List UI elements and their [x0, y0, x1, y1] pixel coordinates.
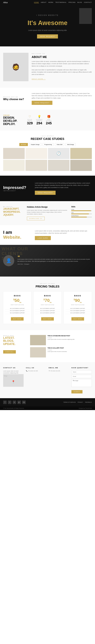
pricing-card-3-price: $90/m — [65, 298, 90, 303]
nav-blog[interactable]: BLOG — [78, 2, 82, 3]
pricing-card-2: BASIS $70/m WHAT YOUR PLAN DONE NO CUSTO… — [34, 292, 62, 324]
quote-mark: ❝ — [18, 256, 92, 258]
why-title: Why choose me? — [3, 98, 28, 101]
rss-icon[interactable]: rss — [22, 400, 26, 404]
filter-programming[interactable]: Programming — [42, 143, 54, 146]
pricing-card-3-cta[interactable]: BUY NOW — [72, 317, 84, 320]
hero-cta-button[interactable]: SEND REQUEST — [37, 34, 58, 38]
pricing-card-1-cta[interactable]: BUY NOW — [11, 317, 24, 320]
portfolio-item[interactable] — [70, 148, 92, 159]
twitter-icon[interactable]: t — [8, 400, 12, 404]
pricing-card-2-cta[interactable]: BUY NOW — [41, 317, 54, 320]
googleplus-icon[interactable]: g+ — [18, 400, 21, 404]
stat-social-label: SOCIALMEDIA — [27, 119, 33, 121]
footer-links: TERMS OF SERVICE PRIVACY FEEDBACK — [63, 402, 92, 403]
portfolio-item[interactable] — [3, 160, 25, 171]
iam-right: Lorem ipsum dolor sit amet, consectetur … — [35, 230, 92, 240]
stats-section: 228/448 DESIGN.DEVELOP.DEPLOY. ♡ SOCIALM… — [0, 110, 95, 130]
skill-wordpress: WORDPRESS — [71, 215, 92, 218]
why-cta-button[interactable]: SEND REQUEST — [32, 101, 52, 105]
iam-left: I amWebsite. — [3, 230, 32, 240]
stat-social: ♡ SOCIALMEDIA 329 — [27, 115, 33, 125]
nav-about[interactable]: ABOUT — [41, 2, 46, 3]
blog-section: WHATS NEW LATEST.BLOGS.UPDATE. VIEW ALL … — [0, 330, 95, 362]
testimonial-body: Lorem ipsum dolor sit amet, ut wisi enim… — [18, 258, 92, 262]
testimonial-text: ❝ Lorem ipsum dolor sit amet, ut wisi en… — [18, 256, 92, 265]
nav-testimonial[interactable]: TESTIMONIAL — [56, 2, 67, 3]
stat-social-val: 329 — [27, 121, 33, 125]
impressed-label: IMPRESSED? — [3, 190, 32, 192]
portfolio-item[interactable] — [48, 160, 70, 171]
feature-item: NO CUSTOMERS SUPPORT — [35, 308, 60, 310]
hero-section: I DESIGN WEBSITE It's Awesome Lorem ipsu… — [0, 5, 95, 46]
nav-logo[interactable]: Alisa — [3, 1, 8, 4]
gift-icon: 🎁 — [46, 115, 52, 118]
linkedin-icon[interactable]: in — [13, 400, 16, 404]
about-image: 🧔 — [3, 53, 28, 81]
contact-name-input[interactable] — [72, 370, 92, 374]
blog-info-1: THIS IS STANDARD IMAGE POST 5 Shares Lor… — [48, 335, 75, 345]
contact-message-input[interactable] — [72, 379, 92, 387]
impressed-title: Impressed? — [3, 185, 32, 190]
skill-css-label: CSS — [71, 212, 92, 213]
iam-title-accent: Website. — [3, 235, 22, 240]
portfolio-section: LAST WORKS RECENT CASE STUDIES All Photo… — [0, 130, 95, 176]
pricing-card-3-features: NO CUSTOMERS SUPPORT NO CUSTOMERS SUPPOR… — [65, 308, 90, 314]
hero-desc: Lorem ipsum dolor sit amet consectetur a… — [3, 30, 92, 31]
skills-label: MY SKILLS — [3, 206, 24, 207]
about-body2: Duis aute irure dolor in reprehenderit i… — [32, 69, 92, 76]
download-cv-button[interactable]: DOWNLOAD CV — [27, 217, 45, 220]
testimonial-avatar: 👤 — [3, 255, 14, 266]
portfolio-item[interactable] — [3, 148, 25, 159]
stat-web: 🎁 WEBSOURCE 245 — [46, 115, 52, 125]
portfolio-item[interactable] — [26, 160, 47, 171]
contact-col-1-body: Lorem ipsum dolor sit amet consectetur a… — [3, 370, 24, 374]
blog-title: LATEST.BLOGS.UPDATE. — [3, 336, 27, 346]
pricing-card-3-desc: WHAT YOUR PLAN DONE — [65, 304, 90, 306]
nav-contact[interactable]: CONTACT — [84, 2, 92, 3]
about-more-link[interactable]: ABOUT MORE → — [32, 78, 46, 80]
stat-web-val: 245 — [46, 121, 52, 125]
facebook-icon[interactable]: f — [3, 400, 7, 404]
filter-graphic-design[interactable]: Graphic Design — [29, 143, 41, 146]
contact-email-input[interactable] — [72, 375, 92, 378]
pricing-card-1-price: $50/m — [5, 298, 30, 303]
skills-title: JAVASCRIPT.WORDPRESS.JQUERY. — [3, 207, 24, 216]
filter-all-photo[interactable]: All Photo — [19, 143, 28, 146]
contact-col-2: CALL US 📞 91 xxxxx xxx x01 — [26, 367, 46, 394]
pricing-card-1-title: BASIS — [5, 295, 30, 297]
blog-left: WHATS NEW LATEST.BLOGS.UPDATE. VIEW ALL — [3, 335, 27, 358]
nav-home[interactable]: HOME — [34, 2, 39, 3]
contact-submit-button[interactable]: SUBMIT — [72, 390, 82, 394]
footer-privacy-link[interactable]: PRIVACY — [78, 402, 83, 403]
footer-feedback-link[interactable]: FEEDBACK — [85, 402, 92, 403]
blog-view-all-button[interactable]: VIEW ALL — [3, 350, 16, 354]
heart-icon: ♡ — [27, 115, 33, 118]
skill-wordpress-label: WORDPRESS — [71, 215, 92, 216]
skills-mid-heading: Hobbies Article Design — [27, 206, 68, 208]
about-text: WELCOME TO ABOUT ME Lorem ipsum dolor si… — [32, 53, 92, 80]
why-right: Lorem ipsum is simply dummy text of the … — [32, 92, 92, 105]
nav-work[interactable]: WORK — [48, 2, 54, 3]
skill-html-label: HTML — [71, 209, 92, 210]
footer-terms-link[interactable]: TERMS OF SERVICE — [63, 402, 76, 403]
iam-cta-button[interactable]: LIKE SURE — [35, 236, 51, 240]
iam-title: I amWebsite. — [3, 230, 32, 240]
about-welcome: WELCOME TO — [32, 53, 92, 55]
feature-item: NO CUSTOMERS SUPPORT — [35, 312, 60, 314]
portfolio-item[interactable] — [70, 160, 92, 171]
portfolio-title: RECENT CASE STUDIES — [3, 137, 92, 141]
nav-pricing[interactable]: PRICING — [68, 2, 76, 3]
portfolio-item[interactable] — [26, 148, 47, 159]
stat-internet-val: 294 — [36, 121, 43, 125]
portfolio-item[interactable]: 🕐 — [48, 148, 70, 159]
why-label: REASON WHY ME — [3, 96, 28, 98]
testimonial-author: John Doe – Designer — [18, 263, 92, 265]
filter-video-edit[interactable]: Video Edit — [55, 143, 64, 146]
testimonial-content: 👤 ❝ Lorem ipsum dolor sit amet, ut wisi … — [3, 255, 92, 266]
filter-web-design[interactable]: Web Design — [66, 143, 76, 146]
map-bg: Map — [4, 375, 7, 377]
impressed-cta-button[interactable]: SEND REQUEST — [35, 191, 56, 195]
stat-items: ♡ SOCIALMEDIA 329 💡 INTERNETAWARDS 294 🎁… — [27, 114, 92, 126]
blog-thumb-1 — [30, 335, 46, 345]
